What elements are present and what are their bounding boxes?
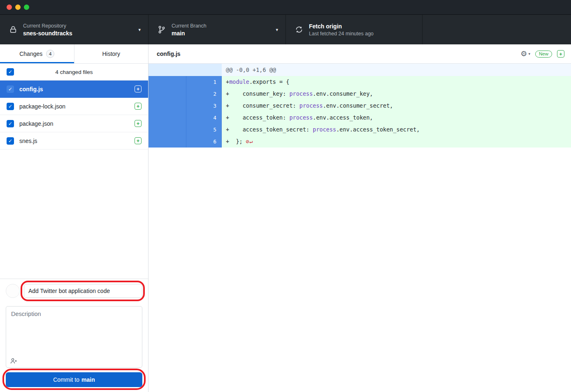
sync-icon [295, 25, 303, 34]
file-list: ✓config.js+✓package-lock.json+✓package.j… [0, 81, 148, 150]
git-branch-icon [158, 25, 166, 34]
diff-line-number[interactable]: 3 [186, 100, 222, 112]
repository-name: snes-soundtracks [23, 30, 72, 37]
toolbar-empty-area [422, 15, 571, 44]
diff-line-1[interactable]: 1+module.exports = { [149, 76, 571, 88]
added-file-icon: + [135, 137, 142, 144]
diff-line-number[interactable]: 2 [186, 88, 222, 100]
changed-files-header: ✓ 4 changed files [0, 64, 148, 81]
titlebar [0, 0, 571, 15]
file-status-new-badge: New [535, 51, 552, 58]
added-file-icon: + [135, 120, 142, 127]
branch-name: main [172, 30, 207, 37]
diff-line-number[interactable]: 4 [186, 112, 222, 124]
diff-code-text: + }; ⊘↵ [222, 136, 253, 148]
diff-gutter-old[interactable] [149, 136, 186, 148]
diff-line-6[interactable]: 6+ }; ⊘↵ [149, 136, 571, 148]
chevron-down-icon: ▾ [272, 27, 278, 32]
file-row-snes.js[interactable]: ✓snes.js+ [0, 132, 148, 150]
tab-history[interactable]: History [74, 44, 149, 63]
diff-header: config.js ⚙ ▾ New + [149, 44, 571, 64]
hunk-header-text: @@ -0,0 +1,6 @@ [222, 64, 276, 76]
diff-body: @@ -0,0 +1,6 @@ 1+module.exports = {2+ c… [149, 64, 571, 148]
branch-text: Current Branch main [172, 23, 207, 37]
close-button[interactable] [7, 5, 12, 10]
diff-line-3[interactable]: 3+ consumer_secret: process.env.consumer… [149, 100, 571, 112]
diff-code-text: + access_token: process.env.access_token… [222, 112, 373, 124]
diff-code-text: + consumer_secret: process.env.consumer_… [222, 100, 393, 112]
current-branch-selector[interactable]: Current Branch main ▾ [149, 15, 286, 44]
hunk-header-row: @@ -0,0 +1,6 @@ [149, 64, 571, 76]
file-checkbox[interactable]: ✓ [7, 120, 14, 127]
file-row-package-lock.json[interactable]: ✓package-lock.json+ [0, 98, 148, 115]
commit-summary-row [6, 284, 142, 298]
file-row-package.json[interactable]: ✓package.json+ [0, 115, 148, 132]
diff-line-number[interactable]: 6 [186, 136, 222, 148]
toolbar: Current Repository snes-soundtracks ▾ Cu… [0, 15, 571, 44]
commit-description-box [6, 306, 142, 368]
diff-lines: 1+module.exports = {2+ consumer_key: pro… [149, 76, 571, 148]
file-row-config.js[interactable]: ✓config.js+ [0, 81, 148, 98]
diff-gutter-old[interactable] [149, 112, 186, 124]
tab-changes-label: Changes [19, 51, 42, 57]
sidebar-spacer [0, 150, 148, 279]
diff-actions: ⚙ ▾ New + [520, 50, 564, 58]
diff-code-text: + consumer_key: process.env.consumer_key… [222, 88, 373, 100]
chevron-down-icon: ▾ [528, 52, 530, 56]
file-checkbox[interactable]: ✓ [7, 137, 14, 145]
select-all-checkbox[interactable]: ✓ [7, 68, 14, 76]
chevron-down-icon: ▾ [134, 27, 141, 32]
fetch-sublabel: Last fetched 24 minutes ago [309, 31, 374, 37]
changed-files-label: 4 changed files [14, 69, 134, 75]
branch-label: Current Branch [172, 23, 207, 29]
commit-area: Commit to main [0, 279, 148, 392]
commit-button-prefix: Commit to [53, 376, 79, 383]
added-file-icon: + [557, 50, 564, 58]
minimize-button[interactable] [15, 5, 21, 10]
file-name: package-lock.json [19, 103, 65, 110]
content: Changes 4 History ✓ 4 changed files ✓con… [0, 44, 571, 392]
diff-code-text: +module.exports = { [222, 76, 289, 88]
current-repository-selector[interactable]: Current Repository snes-soundtracks ▾ [0, 15, 149, 44]
commit-button[interactable]: Commit to main [6, 372, 142, 387]
app-window: Current Repository snes-soundtracks ▾ Cu… [0, 0, 571, 392]
file-checkbox[interactable]: ✓ [7, 85, 14, 93]
fetch-label: Fetch origin [309, 23, 374, 30]
file-name: config.js [19, 86, 43, 92]
diff-options-button[interactable]: ⚙ ▾ [520, 50, 530, 58]
repository-lock-icon [9, 25, 17, 34]
diff-panel: config.js ⚙ ▾ New + @@ -0,0 +1,6 @@ 1+mo… [149, 44, 571, 392]
added-file-icon: + [135, 103, 142, 110]
gear-icon: ⚙ [520, 50, 527, 58]
diff-gutter-old[interactable] [149, 76, 186, 88]
commit-summary-input[interactable] [24, 284, 142, 298]
diff-line-2[interactable]: 2+ consumer_key: process.env.consumer_ke… [149, 88, 571, 100]
added-file-icon: + [135, 85, 142, 92]
changes-count-badge: 4 [46, 50, 54, 58]
diff-line-5[interactable]: 5+ access_token_secret: process.env.acce… [149, 124, 571, 136]
diff-gutter-old[interactable] [149, 88, 186, 100]
fetch-origin-button[interactable]: Fetch origin Last fetched 24 minutes ago [286, 15, 422, 44]
commit-button-branch: main [81, 376, 95, 383]
file-checkbox[interactable]: ✓ [7, 103, 14, 110]
diff-line-number[interactable]: 5 [186, 124, 222, 136]
commit-description-input[interactable] [6, 307, 142, 352]
file-name: package.json [19, 120, 53, 127]
tab-history-label: History [102, 51, 120, 57]
repository-text: Current Repository snes-soundtracks [23, 23, 72, 37]
hunk-gutter [149, 64, 222, 76]
diff-file-name: config.js [157, 51, 181, 57]
tab-changes[interactable]: Changes 4 [0, 44, 74, 63]
zoom-button[interactable] [24, 5, 29, 10]
sidebar-tabs: Changes 4 History [0, 44, 148, 64]
add-coauthor-icon[interactable] [10, 358, 17, 364]
fetch-text: Fetch origin Last fetched 24 minutes ago [309, 23, 374, 37]
changes-sidebar: Changes 4 History ✓ 4 changed files ✓con… [0, 44, 149, 392]
file-name: snes.js [19, 138, 37, 144]
diff-code-text: + access_token_secret: process.env.acces… [222, 124, 420, 136]
diff-line-number[interactable]: 1 [186, 76, 222, 88]
diff-line-4[interactable]: 4+ access_token: process.env.access_toke… [149, 112, 571, 124]
diff-gutter-old[interactable] [149, 100, 186, 112]
repository-label: Current Repository [23, 23, 72, 29]
diff-gutter-old[interactable] [149, 124, 186, 136]
